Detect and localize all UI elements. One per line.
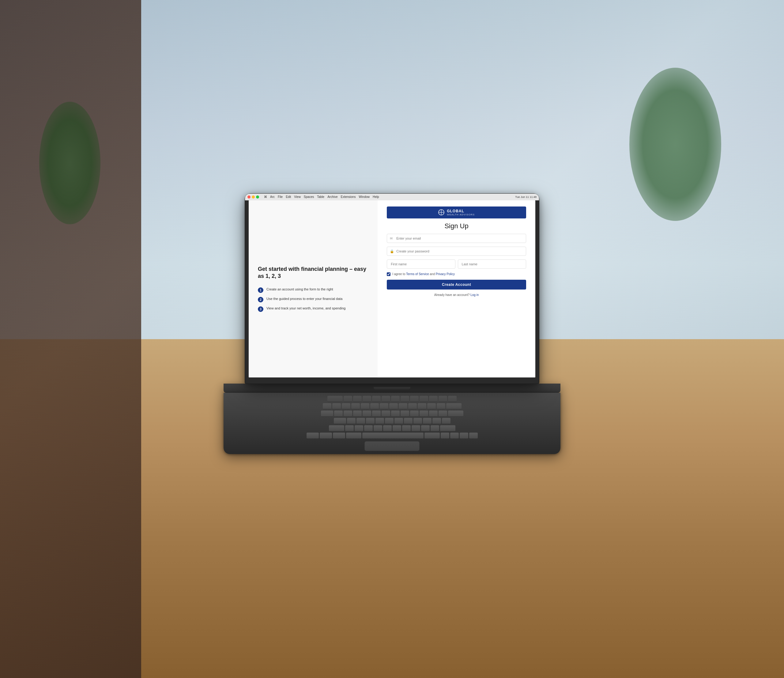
key-4[interactable] bbox=[361, 403, 369, 409]
key-c[interactable] bbox=[364, 425, 373, 432]
key-e[interactable] bbox=[353, 410, 362, 417]
key-a[interactable] bbox=[347, 418, 356, 424]
agree-checkbox[interactable] bbox=[387, 272, 390, 276]
key-z[interactable] bbox=[345, 425, 354, 432]
first-name-input[interactable] bbox=[387, 259, 455, 269]
key-comma[interactable] bbox=[412, 425, 420, 432]
key-b[interactable] bbox=[383, 425, 392, 432]
last-name-input[interactable] bbox=[458, 259, 526, 269]
login-link[interactable]: Log in bbox=[470, 293, 479, 296]
menu-table[interactable]: Table bbox=[317, 195, 324, 198]
key-equals[interactable] bbox=[437, 403, 445, 409]
key-space[interactable] bbox=[362, 433, 423, 439]
trackpad[interactable] bbox=[364, 441, 420, 451]
key-p[interactable] bbox=[420, 410, 428, 417]
key-semicolon[interactable] bbox=[432, 418, 441, 424]
key-enter[interactable] bbox=[448, 410, 464, 417]
key-cmd-r[interactable] bbox=[425, 433, 440, 439]
key-d[interactable] bbox=[366, 418, 375, 424]
key-1[interactable] bbox=[332, 403, 341, 409]
key-caps[interactable] bbox=[334, 418, 346, 424]
key-backspace[interactable] bbox=[446, 403, 462, 409]
key-y[interactable] bbox=[381, 410, 390, 417]
key-shift-l[interactable] bbox=[329, 425, 344, 432]
key-ctrl[interactable] bbox=[320, 433, 332, 439]
menu-edit[interactable]: Edit bbox=[286, 195, 291, 198]
key-f5[interactable] bbox=[381, 396, 390, 402]
key-f2[interactable] bbox=[353, 396, 362, 402]
key-x[interactable] bbox=[355, 425, 363, 432]
key-left[interactable] bbox=[441, 433, 449, 439]
key-f12[interactable] bbox=[448, 396, 457, 402]
key-g[interactable] bbox=[385, 418, 394, 424]
key-f3[interactable] bbox=[362, 396, 371, 402]
menu-file[interactable]: File bbox=[278, 195, 283, 198]
key-s[interactable] bbox=[356, 418, 365, 424]
terms-link[interactable]: Terms of Service bbox=[406, 272, 429, 276]
menu-window[interactable]: Window bbox=[359, 195, 370, 198]
key-h[interactable] bbox=[394, 418, 403, 424]
key-f6[interactable] bbox=[391, 396, 400, 402]
key-2[interactable] bbox=[342, 403, 350, 409]
close-button[interactable] bbox=[247, 195, 250, 198]
key-6[interactable] bbox=[380, 403, 388, 409]
key-bracket-l[interactable] bbox=[429, 410, 438, 417]
minimize-button[interactable] bbox=[252, 195, 255, 198]
key-fn[interactable] bbox=[306, 433, 319, 439]
key-minus[interactable] bbox=[427, 403, 436, 409]
key-f10[interactable] bbox=[429, 396, 438, 402]
key-bracket-r[interactable] bbox=[439, 410, 447, 417]
key-period[interactable] bbox=[421, 425, 430, 432]
key-8[interactable] bbox=[399, 403, 407, 409]
key-f4[interactable] bbox=[372, 396, 381, 402]
email-input[interactable] bbox=[387, 234, 526, 243]
key-option[interactable] bbox=[333, 433, 345, 439]
key-right[interactable] bbox=[469, 433, 478, 439]
key-up[interactable] bbox=[450, 433, 459, 439]
key-f8[interactable] bbox=[410, 396, 418, 402]
menu-spaces[interactable]: Spaces bbox=[304, 195, 314, 198]
key-shift-r[interactable] bbox=[440, 425, 456, 432]
key-t[interactable] bbox=[372, 410, 381, 417]
fullscreen-button[interactable] bbox=[256, 195, 259, 198]
password-input[interactable] bbox=[387, 246, 526, 256]
key-v[interactable] bbox=[373, 425, 382, 432]
key-u[interactable] bbox=[391, 410, 400, 417]
create-account-button[interactable]: Create Account bbox=[387, 280, 526, 290]
key-r[interactable] bbox=[362, 410, 371, 417]
key-quote[interactable] bbox=[442, 418, 451, 424]
menu-apple[interactable]: ⌘ bbox=[264, 195, 267, 198]
key-q[interactable] bbox=[334, 410, 343, 417]
key-m[interactable] bbox=[402, 425, 411, 432]
key-7[interactable] bbox=[389, 403, 398, 409]
key-f9[interactable] bbox=[420, 396, 428, 402]
menu-arc[interactable]: Arc bbox=[270, 195, 275, 198]
menu-help[interactable]: Help bbox=[373, 195, 379, 198]
key-i[interactable] bbox=[401, 410, 409, 417]
key-o[interactable] bbox=[410, 410, 418, 417]
key-0[interactable] bbox=[418, 403, 426, 409]
key-k[interactable] bbox=[414, 418, 422, 424]
key-n[interactable] bbox=[393, 425, 401, 432]
key-tab[interactable] bbox=[321, 410, 333, 417]
key-3[interactable] bbox=[351, 403, 360, 409]
key-9[interactable] bbox=[408, 403, 417, 409]
menu-extensions[interactable]: Extensions bbox=[341, 195, 356, 198]
key-j[interactable] bbox=[404, 418, 412, 424]
key-backtick[interactable] bbox=[323, 403, 331, 409]
key-f11[interactable] bbox=[439, 396, 447, 402]
menu-view[interactable]: View bbox=[294, 195, 301, 198]
key-slash[interactable] bbox=[431, 425, 439, 432]
key-w[interactable] bbox=[344, 410, 352, 417]
menu-archive[interactable]: Archive bbox=[327, 195, 338, 198]
key-f1[interactable] bbox=[344, 396, 352, 402]
key-f[interactable] bbox=[375, 418, 384, 424]
key-f7[interactable] bbox=[401, 396, 409, 402]
key-l[interactable] bbox=[423, 418, 431, 424]
key-cmd-l[interactable] bbox=[346, 433, 361, 439]
privacy-link[interactable]: Privacy Policy bbox=[436, 272, 455, 276]
key-5[interactable] bbox=[370, 403, 379, 409]
key-esc[interactable] bbox=[327, 396, 343, 402]
key-down[interactable] bbox=[460, 433, 468, 439]
logo-text-group: GLOBAL WEALTH ADVISORS bbox=[447, 209, 475, 216]
